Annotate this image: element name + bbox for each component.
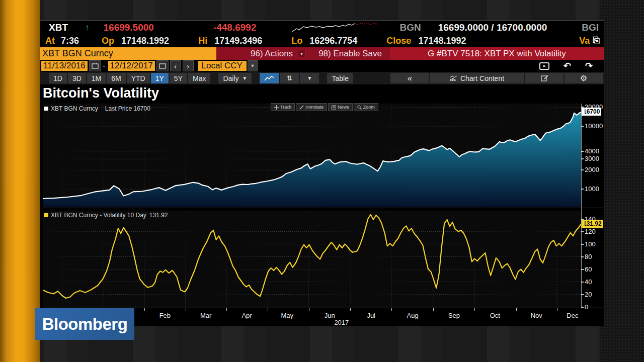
period-caret-icon: ▼ — [243, 75, 248, 81]
x-axis-month-jun: Jun — [325, 312, 335, 319]
ohlc-row: At 7:36 Op 17148.1992 Hi 17149.3496 Lo 1… — [40, 34, 604, 47]
low-label: Lo — [291, 36, 302, 46]
y-axis-tick — [581, 126, 584, 127]
toolbar-right-group: « Chart Content ⚙ — [389, 73, 603, 83]
date-row: 11/13/2016 - 12/12/2017 ‹ › Local CCY ▼ … — [40, 60, 604, 72]
price-legend-swatch — [44, 107, 48, 111]
y-axis-label: 100 — [585, 240, 596, 248]
x-axis-year: 2017 — [334, 319, 349, 326]
x-axis-tick — [186, 308, 186, 311]
y-axis-label: 3000 — [585, 155, 599, 162]
volatility-value-tag: 131.92 — [582, 220, 603, 228]
x-axis-tick — [144, 308, 145, 311]
y-axis-label: 40 — [585, 278, 592, 286]
page-copy-icon[interactable]: ⎘ — [593, 36, 600, 46]
y-axis-tick — [581, 169, 584, 170]
x-axis-month-apr: Apr — [242, 312, 252, 319]
currency-caret-icon[interactable]: ▼ — [248, 60, 258, 71]
y-axis-tick — [581, 151, 584, 152]
currency-select[interactable]: Local CCY — [198, 61, 247, 71]
quote-row: XBT ↑ 16699.5000 -448.6992 BGN 16699.000… — [40, 21, 604, 34]
news-tool-button[interactable]: News — [328, 103, 353, 111]
low-value: 16296.7754 — [309, 36, 357, 46]
news-icon — [332, 105, 336, 110]
x-axis-tick — [433, 308, 434, 311]
date-separator: - — [103, 61, 106, 71]
terminal-window: XBT ↑ 16699.5000 -448.6992 BGN 16699.000… — [40, 20, 604, 326]
range-next-button[interactable]: › — [183, 60, 194, 71]
calendar-from-icon[interactable] — [89, 60, 101, 71]
actions-menu[interactable]: 96) Actions — [251, 49, 293, 59]
y-axis-label: 60 — [585, 265, 592, 273]
table-button[interactable]: Table — [327, 73, 353, 83]
high-value: 17149.3496 — [214, 36, 262, 46]
y-axis-tick — [581, 256, 584, 257]
x-axis-month-may: May — [281, 312, 293, 319]
range-button-ytd[interactable]: YTD — [127, 73, 150, 83]
chart-options-caret-button[interactable]: ▼ — [300, 73, 319, 83]
va-label[interactable]: Va — [579, 36, 590, 46]
y-axis-tick — [581, 158, 584, 159]
y-axis-tick — [581, 269, 584, 270]
range-button-5y[interactable]: 5Y — [170, 73, 187, 83]
launchpad-icon[interactable] — [539, 62, 549, 70]
volatility-legend-swatch — [44, 213, 48, 217]
range-prev-button[interactable]: ‹ — [170, 60, 181, 71]
x-axis-tick — [268, 308, 268, 311]
panel-divider — [43, 208, 604, 208]
redo-icon[interactable]: ↷ — [585, 60, 593, 71]
undo-icon[interactable]: ↶ — [564, 60, 571, 71]
security-field[interactable]: XBT BGN Curncy — [40, 47, 216, 60]
actions-caret-icon[interactable]: ▾ — [298, 50, 305, 57]
enable-save-menu[interactable]: 98) Enable Save — [318, 49, 382, 59]
x-axis-tick — [557, 308, 557, 311]
y-axis: 1000200030004000100002000002040608010012… — [581, 104, 604, 327]
y-axis-label: 20 — [585, 291, 592, 298]
range-button-max[interactable]: Max — [188, 73, 210, 83]
study-settings-button[interactable]: ⇅ — [280, 73, 299, 83]
calendar-to-icon[interactable] — [156, 60, 169, 71]
bloomberg-logo-text: Bloomberg — [42, 315, 128, 334]
range-button-6m[interactable]: 6M — [107, 73, 125, 83]
range-button-1y[interactable]: 1Y — [151, 73, 169, 83]
annotate-tool-button[interactable]: Annotate — [296, 103, 327, 111]
date-from-field[interactable]: 11/13/2016 — [41, 61, 88, 71]
price-plot-area[interactable] — [43, 104, 581, 207]
ticker-symbol: XBT — [49, 22, 68, 33]
x-axis-month-feb: Feb — [159, 312, 171, 319]
range-button-3d[interactable]: 3D — [68, 73, 86, 83]
x-axis-month-dec: Dec — [567, 312, 578, 319]
settings-gear-icon[interactable]: ⚙ — [565, 73, 603, 83]
volatility-plot-area[interactable] — [43, 211, 581, 307]
price-change: -448.6992 — [213, 22, 257, 33]
close-value: 17148.1992 — [418, 36, 466, 46]
y-axis-spine — [581, 104, 582, 307]
price-legend-name: XBT BGN Curncy — [51, 105, 98, 112]
zoom-tool-button[interactable]: Zoom — [354, 103, 378, 111]
annotate-note-button[interactable] — [525, 73, 564, 83]
chart-content-label: Chart Content — [460, 74, 504, 82]
chart-toolbar: 1D3D1M6MYTD1Y5YMax Daily ▼ ⇅ ▼ Table « C… — [40, 72, 604, 84]
y-axis-tick — [581, 294, 584, 295]
collapse-panel-button[interactable]: « — [390, 73, 429, 83]
pricing-source: BGN — [399, 22, 421, 33]
range-button-1m[interactable]: 1M — [87, 73, 106, 83]
x-axis-month-nov: Nov — [531, 312, 542, 319]
track-tool-button[interactable]: Track — [271, 103, 295, 111]
y-axis-label: 10000 — [585, 122, 603, 130]
high-label: Hi — [198, 36, 207, 46]
volatility-legend: XBT BGN Curncy - Volatility 10 Day 131.9… — [44, 212, 168, 219]
intraday-sparkline — [292, 22, 380, 34]
bloomberg-logo: Bloomberg — [35, 308, 134, 340]
last-price: 16699.5000 — [104, 22, 154, 33]
x-axis-tick — [474, 308, 475, 311]
range-button-1d[interactable]: 1D — [49, 73, 67, 83]
chart-content-button[interactable]: Chart Content — [430, 73, 524, 83]
price-legend-value: Last Price 16700 — [105, 105, 150, 112]
volatility-legend-value: 131.92 — [149, 212, 168, 219]
period-select[interactable]: Daily ▼ — [218, 73, 252, 83]
date-to-field[interactable]: 12/12/2017 — [108, 61, 155, 71]
y-axis-label: 120 — [585, 228, 596, 235]
annotate-icon — [299, 105, 304, 110]
line-chart-type-button[interactable] — [260, 73, 279, 83]
